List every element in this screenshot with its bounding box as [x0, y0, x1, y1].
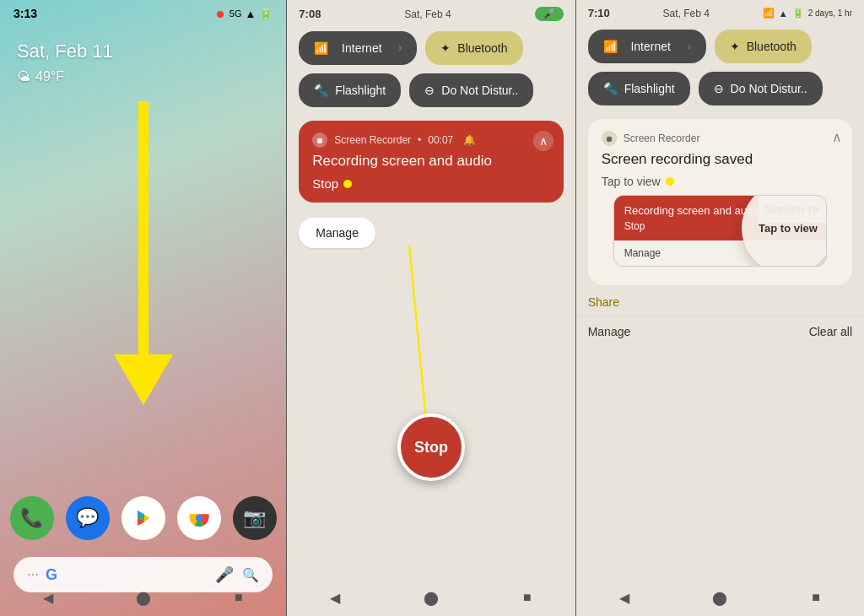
manage-button-2[interactable]: Manage — [299, 218, 375, 248]
internet-tile-3[interactable]: 📶 Internet › — [588, 30, 706, 63]
internet-chevron-3: › — [688, 41, 691, 52]
bluetooth-icon: ✦ — [440, 41, 451, 55]
dnd-icon-3: ⊖ — [714, 82, 724, 95]
status-bar-1: 3:13 5G ▲ 🔋 — [0, 0, 286, 24]
stop-dot — [343, 180, 352, 188]
battery-status-icon: 🔋 — [792, 8, 804, 19]
wifi-icon-3: 📶 — [603, 40, 618, 53]
notif-app-name-3: Screen Recorder — [624, 132, 700, 144]
internet-tile[interactable]: 📶 Internet › — [299, 31, 417, 65]
recents-button-2[interactable]: ■ — [516, 586, 539, 609]
chrome-app-icon[interactable] — [177, 496, 221, 540]
status-bar-2: 7:08 Sat, Feb 4 🎤 — [287, 0, 575, 24]
status-icons-3: 📶 ▲ 🔋 2 days, 1 hr — [763, 8, 852, 19]
quick-tiles-2: 📶 Internet › ✦ Bluetooth 🔦 Flashlight ⊖ … — [287, 24, 575, 114]
battery-icon: 🔋 — [259, 8, 273, 20]
manage-clear-row: Manage Clear all — [576, 316, 864, 347]
recents-button-3[interactable]: ■ — [804, 586, 828, 609]
app-dock: 📞 💬 📷 — [10, 496, 277, 540]
dnd-tile-label: Do Not Distur.. — [441, 84, 518, 97]
notif-header-3: ⏺ Screen Recorder — [602, 131, 839, 146]
stop-label[interactable]: Stop — [312, 176, 338, 191]
recents-button[interactable]: ■ — [227, 586, 251, 609]
home-date: Sat, Feb 11 — [0, 24, 286, 66]
notif-time: 00:07 — [428, 134, 453, 146]
date-2: Sat, Feb 4 — [404, 8, 451, 20]
weather-icon: 🌤 — [17, 69, 30, 84]
internet-tile-label: Internet — [342, 41, 381, 55]
notif-stop-row: Stop — [312, 176, 549, 191]
flashlight-icon-3: 🔦 — [603, 82, 618, 95]
mic-icon: 🎤 — [543, 8, 555, 19]
manage-button-3[interactable]: Manage — [588, 325, 631, 338]
status-bar-3: 7:10 Sat, Feb 4 📶 ▲ 🔋 2 days, 1 hr — [576, 0, 864, 23]
flashlight-tile[interactable]: 🔦 Flashlight — [299, 73, 401, 107]
stop-circle-annotation[interactable]: Stop — [397, 413, 465, 481]
swipe-arrow — [114, 101, 173, 405]
wifi-status-icon: 📶 — [763, 8, 775, 19]
home-weather: 🌤 49°F — [0, 66, 286, 88]
back-button-3[interactable]: ◀ — [613, 586, 636, 609]
notif-separator: • — [418, 134, 421, 146]
messages-app-icon[interactable]: 💬 — [66, 496, 110, 540]
svg-marker-3 — [144, 515, 149, 522]
mic-active-indicator: 🎤 — [535, 7, 564, 21]
bluetooth-tile-3[interactable]: ✦ Bluetooth — [715, 30, 812, 63]
notif-expand-btn[interactable]: ∧ — [533, 131, 554, 151]
dnd-tile-3[interactable]: ⊖ Do Not Distur.. — [699, 72, 823, 105]
notif-title-3: Screen recording saved — [602, 151, 839, 168]
recording-preview-card[interactable]: Recording screen and audio Stop Manage S… — [613, 195, 827, 267]
stop-circle-label: Stop — [414, 439, 448, 457]
recording-notification: ⏺ Screen Recorder • 00:07 🔔 Recording sc… — [299, 121, 563, 203]
internet-tile-label-3: Internet — [630, 40, 670, 53]
flashlight-tile-label: Flashlight — [335, 84, 386, 97]
signal-icon: ▲ — [245, 8, 256, 20]
recording-saved-panel: 7:10 Sat, Feb 4 📶 ▲ 🔋 2 days, 1 hr 📶 Int… — [576, 0, 864, 616]
flashlight-tile-label-3: Flashlight — [624, 82, 675, 95]
quick-tiles-3: 📶 Internet › ✦ Bluetooth 🔦 Flashlight ⊖ … — [576, 23, 864, 112]
camera-app-icon[interactable]: 📷 — [233, 496, 277, 540]
back-button[interactable]: ◀ — [36, 586, 60, 609]
bluetooth-tile-label: Bluetooth — [457, 41, 507, 55]
signal-status-icon: ▲ — [779, 8, 788, 19]
nav-bar-3: ◀ ⬤ ■ — [576, 579, 864, 616]
internet-chevron: › — [398, 42, 402, 54]
tap-to-view-circle-label: Tap to view — [759, 222, 818, 235]
home-screen-panel: 3:13 5G ▲ 🔋 Sat, Feb 11 🌤 49°F 📞 💬 📷 ⋯ — [0, 0, 286, 616]
saved-notification: ⏺ Screen Recorder Screen recording saved… — [588, 119, 852, 285]
battery-text: 2 days, 1 hr — [808, 8, 852, 18]
bluetooth-tile-label-3: Bluetooth — [747, 40, 796, 53]
screen-recorder-icon: ⏺ — [312, 132, 327, 148]
phone-app-icon[interactable]: 📞 — [10, 496, 54, 540]
notif-subtitle-3: Tap to view — [602, 175, 661, 188]
home-button[interactable]: ⬤ — [132, 586, 155, 609]
flashlight-tile-3[interactable]: 🔦 Flashlight — [588, 72, 690, 105]
wifi-icon: 📶 — [314, 41, 328, 55]
clock-1: 3:13 — [14, 7, 37, 20]
nav-bar-2: ◀ ⬤ ■ — [287, 579, 575, 616]
clear-all-button[interactable]: Clear all — [809, 325, 852, 338]
share-link[interactable]: Share — [576, 292, 864, 316]
bluetooth-tile[interactable]: ✦ Bluetooth — [425, 31, 522, 65]
notif-header-2: ⏺ Screen Recorder • 00:07 🔔 — [312, 132, 549, 148]
screen-recorder-icon-3: ⏺ — [602, 131, 617, 146]
play-store-icon[interactable] — [122, 496, 165, 540]
tap-to-view-row: Tap to view — [602, 175, 839, 188]
network-icon: 5G — [230, 8, 242, 19]
dnd-tile[interactable]: ⊖ Do Not Distur.. — [409, 73, 533, 107]
tap-to-view-circle[interactable]: Tap to view — [742, 195, 827, 267]
back-button-2[interactable]: ◀ — [323, 586, 347, 609]
home-button-3[interactable]: ⬤ — [708, 586, 732, 609]
svg-point-6 — [196, 515, 202, 521]
status-icons-2: 🎤 — [535, 7, 564, 21]
notif-collapse-btn[interactable]: ∧ — [832, 129, 842, 145]
home-button-2[interactable]: ⬤ — [419, 586, 443, 609]
date-3: Sat, Feb 4 — [663, 8, 710, 19]
notification-shade-panel: 7:08 Sat, Feb 4 🎤 📶 Internet › ✦ Bluetoo… — [287, 0, 575, 616]
dnd-tile-label-3: Do Not Distur.. — [731, 82, 807, 95]
clock-2: 7:08 — [299, 8, 321, 20]
flashlight-icon: 🔦 — [314, 84, 328, 97]
status-icons-1: 5G ▲ 🔋 — [217, 8, 273, 20]
arrow-line — [138, 101, 148, 354]
notif-app-name: Screen Recorder — [334, 134, 411, 146]
